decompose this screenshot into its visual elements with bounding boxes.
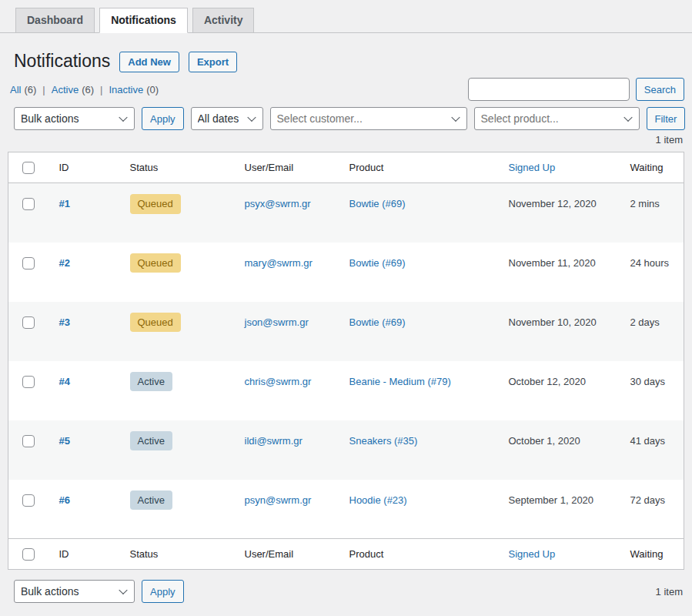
status-badge: Queued: [130, 253, 181, 273]
row-product-link[interactable]: Bowtie (#69): [349, 257, 406, 269]
table-header-row: IDStatusUser/EmailProductSigned UpWaitin…: [8, 152, 684, 183]
apply-button[interactable]: Apply: [142, 107, 184, 130]
row-waiting: 30 days: [623, 361, 684, 420]
apply-button-bottom[interactable]: Apply: [142, 580, 184, 603]
row-checkbox[interactable]: [22, 316, 35, 329]
page-title: Notifications: [14, 50, 110, 73]
table-row: #1Queuedpsyx@swrm.grBowtie (#69)November…: [8, 183, 684, 243]
table-header-row: IDStatusUser/EmailProductSigned UpWaitin…: [8, 539, 684, 570]
table-row: #4Activechris@swrm.grBeanie - Medium (#7…: [8, 361, 684, 420]
select-all-checkbox[interactable]: [22, 162, 35, 174]
row-email-link[interactable]: psyx@swrm.gr: [245, 198, 311, 209]
dates-select[interactable]: All dates: [191, 107, 263, 130]
customer-select[interactable]: Select customer...: [270, 107, 467, 130]
title-row: Notifications Add New Export: [14, 50, 684, 73]
tab-dashboard[interactable]: Dashboard: [15, 8, 95, 33]
dates-select-wrap: All dates: [191, 107, 263, 130]
row-email-link[interactable]: psyn@swrm.gr: [245, 494, 312, 506]
view-link-inactive[interactable]: Inactive: [109, 84, 143, 95]
view-inactive: Inactive(0): [109, 84, 159, 95]
row-signed-up: November 11, 2020: [501, 243, 623, 302]
row-id-link[interactable]: #4: [59, 376, 70, 387]
row-waiting: 24 hours: [623, 243, 684, 302]
table-head: IDStatusUser/EmailProductSigned UpWaitin…: [8, 152, 684, 183]
table-row: #5Activeildi@swrm.grSneakers (#35)Octobe…: [8, 420, 684, 480]
column-header-id: ID: [59, 548, 69, 560]
row-email-link[interactable]: json@swrm.gr: [245, 316, 309, 328]
table-row: #6Activepsyn@swrm.grHoodie (#23)Septembe…: [8, 480, 684, 539]
table-row: #2Queuedmary@swrm.grBowtie (#69)November…: [8, 243, 684, 302]
row-waiting: 72 days: [623, 480, 684, 539]
row-signed-up: October 12, 2020: [501, 361, 623, 420]
product-select[interactable]: Select product...: [474, 107, 640, 130]
row-id-link[interactable]: #2: [59, 257, 70, 269]
row-email-link[interactable]: mary@swrm.gr: [245, 257, 313, 269]
column-header-id: ID: [59, 162, 69, 173]
status-badge: Active: [130, 490, 172, 511]
column-header-signed-up[interactable]: Signed Up: [509, 548, 556, 560]
bulk-actions-select-wrap: Bulk actions: [14, 107, 135, 130]
view-link-all[interactable]: All: [10, 84, 21, 95]
row-id-link[interactable]: #3: [59, 316, 70, 328]
row-id-link[interactable]: #5: [59, 435, 70, 447]
table-foot: IDStatusUser/EmailProductSigned UpWaitin…: [8, 539, 684, 570]
row-checkbox[interactable]: [22, 376, 35, 388]
view-count: (6): [24, 84, 36, 95]
bulk-actions-select[interactable]: Bulk actions: [14, 107, 135, 130]
row-email-link[interactable]: ildi@swrm.gr: [245, 435, 303, 447]
row-product-link[interactable]: Hoodie (#23): [349, 494, 407, 506]
row-waiting: 2 mins: [623, 183, 684, 243]
status-badge: Active: [130, 431, 172, 451]
column-header-product: Product: [349, 162, 384, 173]
row-signed-up: November 10, 2020: [501, 302, 623, 361]
tab-bar: DashboardNotificationsActivity: [0, 0, 692, 33]
search-box: Search: [468, 78, 684, 101]
column-header-user-email: User/Email: [245, 162, 294, 173]
search-button[interactable]: Search: [636, 78, 684, 101]
main-content: Notifications Add New Export All(6)Activ…: [0, 50, 692, 603]
row-id-link[interactable]: #6: [59, 494, 70, 506]
row-checkbox[interactable]: [22, 257, 35, 270]
view-all: All(6): [10, 84, 52, 95]
column-header-status: Status: [130, 162, 159, 173]
notifications-table: IDStatusUser/EmailProductSigned UpWaitin…: [8, 152, 684, 570]
add-new-button[interactable]: Add New: [119, 52, 179, 73]
row-product-link[interactable]: Beanie - Medium (#79): [349, 376, 451, 387]
bulk-actions-select-bottom-wrap: Bulk actions: [14, 580, 135, 603]
customer-select-wrap: Select customer...: [270, 107, 467, 130]
row-product-link[interactable]: Sneakers (#35): [349, 435, 418, 447]
tab-notifications[interactable]: Notifications: [99, 8, 188, 33]
search-input[interactable]: [468, 78, 630, 101]
row-waiting: 41 days: [623, 420, 684, 480]
tab-activity[interactable]: Activity: [192, 8, 255, 33]
filter-button[interactable]: Filter: [647, 107, 686, 130]
row-checkbox[interactable]: [22, 198, 35, 210]
filter-row: Bulk actions Apply All dates Select cust…: [8, 107, 684, 130]
row-email-link[interactable]: chris@swrm.gr: [245, 376, 312, 387]
item-count-bottom: 1 item: [656, 586, 683, 598]
column-header-user-email: User/Email: [245, 548, 294, 560]
row-signed-up: September 1, 2020: [501, 480, 623, 539]
row-id-link[interactable]: #1: [59, 198, 70, 209]
table-body: #1Queuedpsyx@swrm.grBowtie (#69)November…: [8, 183, 684, 539]
item-count: 1 item: [8, 134, 684, 146]
column-header-signed-up[interactable]: Signed Up: [509, 162, 556, 173]
column-header-product: Product: [349, 548, 384, 560]
row-checkbox[interactable]: [22, 435, 35, 447]
status-badge: Active: [130, 372, 172, 392]
select-all-checkbox-bottom[interactable]: [22, 548, 35, 561]
view-active: Active(6): [52, 84, 109, 95]
row-product-link[interactable]: Bowtie (#69): [349, 198, 406, 209]
row-product-link[interactable]: Bowtie (#69): [349, 316, 406, 328]
view-count: (0): [146, 84, 159, 95]
view-link-active[interactable]: Active: [52, 84, 79, 95]
product-select-wrap: Select product...: [474, 107, 640, 130]
table-row: #3Queuedjson@swrm.grBowtie (#69)November…: [8, 302, 684, 361]
column-header-waiting: Waiting: [630, 162, 664, 173]
bulk-actions-select-bottom[interactable]: Bulk actions: [14, 580, 135, 603]
views-row: All(6)Active(6)Inactive(0) Search: [8, 78, 684, 101]
export-button[interactable]: Export: [189, 52, 237, 73]
status-badge: Queued: [130, 313, 181, 333]
row-waiting: 2 days: [623, 302, 684, 361]
row-checkbox[interactable]: [22, 494, 35, 507]
